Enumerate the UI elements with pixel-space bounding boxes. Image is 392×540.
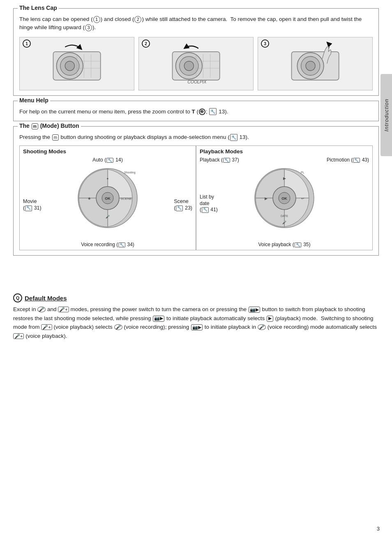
lens-image-1: 1 bbox=[19, 37, 134, 90]
svg-point-12 bbox=[184, 61, 194, 71]
shooting-diagram: Auto (🔧 14) bbox=[23, 157, 192, 247]
shooting-modes-col: Shooting Modes Auto (🔧 14) bbox=[19, 145, 196, 250]
default-modes-icon: Q bbox=[13, 293, 22, 302]
mode-button-body: Pressing the m button during shooting or… bbox=[19, 133, 373, 141]
lens-cap-title: The Lens Cap bbox=[18, 5, 59, 11]
movie-label: Movie(🔧 31) bbox=[23, 198, 42, 212]
lens-num-1: 1 bbox=[23, 39, 31, 48]
svg-text:🎤: 🎤 bbox=[106, 215, 110, 219]
menu-help-section: Menu Help For help on the current menu o… bbox=[13, 101, 379, 121]
voice-recording-label: Voice recording (🔧 34) bbox=[81, 242, 134, 247]
svg-text:▶: ▶ bbox=[283, 176, 286, 180]
spacer bbox=[13, 261, 379, 285]
playback-label: Playback (🔧 37) bbox=[200, 157, 239, 163]
svg-text:PL: PL bbox=[301, 171, 304, 174]
lens-cap-images: 1 bbox=[19, 37, 373, 90]
lens-num-3: 3 bbox=[261, 39, 269, 48]
svg-text:🎤: 🎤 bbox=[282, 220, 286, 224]
svg-point-22 bbox=[306, 61, 315, 71]
svg-text:SCENE: SCENE bbox=[120, 197, 132, 201]
svg-text:Shooting: Shooting bbox=[124, 171, 136, 174]
lens-sketch-2: COOLPIX bbox=[145, 40, 247, 87]
playback-modes-col: Playback Modes Playback (🔧 37) Pictmotio… bbox=[196, 145, 373, 250]
default-modes-header: Q Default Modes bbox=[13, 293, 379, 302]
playback-dial-svg: OK ▶ ▶ ↩ DATE PL 🎤 bbox=[251, 165, 317, 231]
default-modes-title: Default Modes bbox=[25, 295, 67, 302]
lens-image-3: 3 bbox=[258, 37, 373, 90]
scene-label: Scene(🔧 23) bbox=[174, 198, 192, 212]
svg-text:✱: ✱ bbox=[88, 197, 91, 201]
svg-text:OK: OK bbox=[105, 196, 111, 201]
mode-button-section: The m (Mode) Button Pressing the m butto… bbox=[13, 126, 379, 256]
menu-help-title: Menu Help bbox=[18, 97, 50, 104]
playback-modes-title: Playback Modes bbox=[200, 148, 369, 155]
lens-num-2: 2 bbox=[142, 39, 150, 48]
sidebar-tab: Introduction bbox=[380, 74, 392, 156]
menu-help-body: For help on the current menu or menu ite… bbox=[19, 108, 373, 116]
svg-text:●: ● bbox=[107, 177, 109, 180]
auto-label: Auto (🔧 14) bbox=[92, 157, 123, 163]
svg-text:▶: ▶ bbox=[265, 196, 267, 201]
pictmotion-label: Pictmotion (🔧 43) bbox=[327, 157, 369, 163]
lens-sketch-1 bbox=[25, 40, 128, 87]
svg-text:OK: OK bbox=[281, 196, 287, 201]
lens-cap-section: The Lens Cap The lens cap can be opened … bbox=[13, 8, 379, 96]
svg-text:DATE: DATE bbox=[281, 215, 288, 217]
sidebar-label: Introduction bbox=[383, 99, 390, 132]
shooting-modes-title: Shooting Modes bbox=[23, 148, 192, 155]
default-modes-section: Q Default Modes Except in 🎤 and 🎤+ modes… bbox=[13, 293, 379, 340]
lens-cap-body: The lens cap can be opened (1) and close… bbox=[19, 15, 373, 32]
svg-point-3 bbox=[65, 61, 74, 71]
mode-button-title: The m (Mode) Button bbox=[18, 122, 81, 129]
page-number: 3 bbox=[377, 526, 380, 532]
mode-columns: Shooting Modes Auto (🔧 14) bbox=[19, 145, 373, 250]
lens-image-2: 2 COOLPIX bbox=[138, 37, 254, 90]
svg-text:↩: ↩ bbox=[301, 196, 304, 201]
playback-diagram: Playback (🔧 37) Pictmotion (🔧 43) OK bbox=[200, 157, 369, 247]
default-modes-body: Except in 🎤 and 🎤+ modes, pressing the p… bbox=[13, 305, 379, 340]
list-by-date-label: List bydate(🔧 41) bbox=[200, 194, 218, 213]
shooting-dial-svg: OK ● ✱ SCENE 🎤 Shooting bbox=[75, 165, 141, 231]
svg-text:COOLPIX: COOLPIX bbox=[187, 80, 207, 84]
lens-sketch-3 bbox=[264, 40, 367, 87]
voice-playback-label: Voice playback (🔧 35) bbox=[258, 242, 310, 247]
